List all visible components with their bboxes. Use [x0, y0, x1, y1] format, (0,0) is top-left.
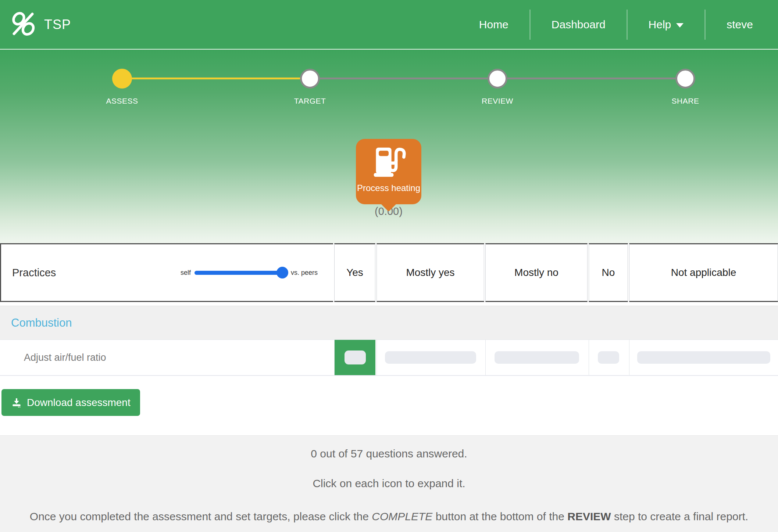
hero-section: ASSESS TARGET REVIEW SHARE Process heati…	[0, 50, 778, 243]
column-header-yes: Yes	[334, 243, 375, 302]
step-review-label: REVIEW	[482, 97, 513, 105]
complete-instructions: Once you completed the assessment and se…	[0, 507, 778, 526]
slider-thumb[interactable]	[276, 267, 288, 278]
practice-label-cell: Adjust air/fuel ratio	[0, 340, 333, 375]
answer-no-pill[interactable]	[598, 351, 619, 364]
step-connector-todo	[310, 78, 497, 79]
chevron-down-icon	[676, 23, 684, 28]
answer-yes-selected[interactable]	[334, 340, 375, 375]
step-target-label: TARGET	[294, 97, 326, 105]
step-share-label: SHARE	[672, 97, 699, 105]
step-target-dot[interactable]	[300, 69, 320, 89]
main-nav: Home Dashboard Help steve	[458, 0, 778, 49]
fuel-pump-icon	[371, 145, 406, 180]
answer-not-applicable-pill[interactable]	[637, 351, 770, 364]
self-vs-peers-slider: self vs. peers	[181, 269, 318, 277]
footer-instructions: 0 out of 57 questions answered. Click on…	[0, 435, 778, 532]
questions-answered-status: 0 out of 57 questions answered.	[0, 447, 778, 460]
answer-not-applicable[interactable]	[629, 340, 778, 375]
step-connector-todo	[497, 78, 685, 79]
slider-track[interactable]	[194, 271, 287, 275]
slider-right-label: vs. peers	[291, 269, 318, 277]
answer-no[interactable]	[589, 340, 628, 375]
download-assessment-button[interactable]: Download assessment	[1, 389, 140, 416]
download-icon	[11, 397, 22, 408]
percent-ribbon-icon	[11, 11, 35, 38]
review-word: REVIEW	[567, 510, 611, 522]
answer-mostly-no[interactable]	[485, 340, 588, 375]
assessment-table: Practices self vs. peers Yes Mostly yes …	[0, 243, 778, 416]
step-assess-dot[interactable]	[112, 69, 132, 89]
column-header-no: No	[589, 243, 628, 302]
step-review-dot[interactable]	[488, 69, 507, 89]
step-connector-done	[122, 78, 310, 79]
practice-row-adjust-air-fuel-ratio: Adjust air/fuel ratio	[0, 340, 778, 376]
step-assess-label: ASSESS	[106, 97, 138, 105]
answer-mostly-no-pill[interactable]	[495, 351, 579, 364]
practices-header-cell: Practices self vs. peers	[0, 243, 333, 302]
practice-name: Adjust air/fuel ratio	[24, 352, 106, 363]
category-bubble-process-heating[interactable]: Process heating	[356, 139, 421, 204]
section-title[interactable]: Combustion	[11, 316, 72, 330]
column-header-mostly-yes: Mostly yes	[376, 243, 484, 302]
nav-home[interactable]: Home	[458, 10, 530, 40]
practices-label: Practices	[12, 267, 56, 279]
section-header-combustion: Combustion	[0, 306, 778, 340]
answer-yes-pill[interactable]	[345, 351, 366, 364]
column-header-mostly-no: Mostly no	[485, 243, 588, 302]
expand-hint: Click on each icon to expand it.	[0, 477, 778, 490]
category-label: Process heating	[357, 183, 420, 193]
nav-user[interactable]: steve	[705, 10, 774, 40]
answer-mostly-yes[interactable]	[376, 340, 484, 375]
nav-help[interactable]: Help	[627, 10, 705, 40]
column-header-not-applicable: Not applicable	[629, 243, 778, 302]
app-title: TSP	[44, 17, 71, 32]
brand[interactable]: TSP	[0, 11, 71, 38]
nav-dashboard[interactable]: Dashboard	[530, 10, 627, 40]
answer-mostly-yes-pill[interactable]	[385, 351, 476, 364]
step-share-dot[interactable]	[675, 69, 695, 89]
table-header-row: Practices self vs. peers Yes Mostly yes …	[0, 243, 778, 302]
top-navbar: TSP Home Dashboard Help steve	[0, 0, 778, 50]
slider-left-label: self	[181, 269, 191, 277]
complete-word: COMPLETE	[372, 510, 432, 522]
